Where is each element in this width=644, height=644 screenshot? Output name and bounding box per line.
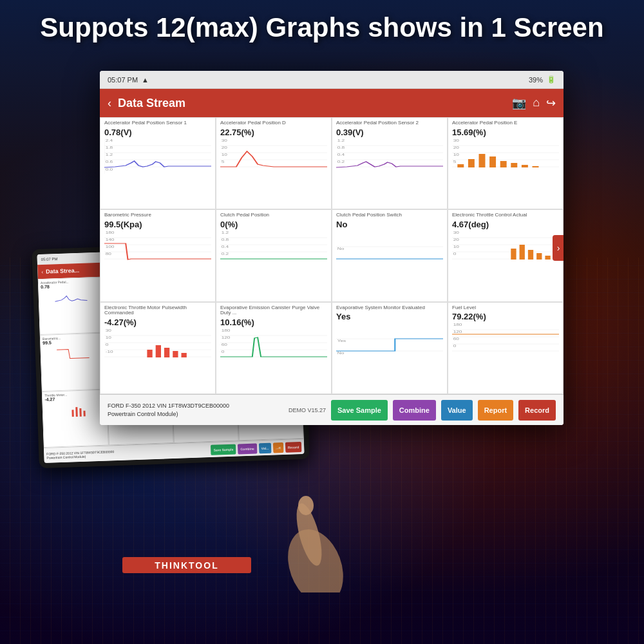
small-time: 05:07 PM (41, 257, 58, 261)
svg-text:80: 80 (106, 252, 111, 256)
svg-rect-68 (536, 253, 542, 260)
graph-label-12: Fuel Level (452, 305, 559, 311)
svg-rect-31 (468, 159, 475, 167)
small-value-btn[interactable]: Val... (258, 442, 271, 453)
graph-canvas-4: 30 20 10 5 (452, 138, 559, 174)
graph-cell-1: Accelerator Pedal Position Sensor 1 0.78… (100, 117, 216, 209)
graphs-content: Accelerator Pedal Position Sensor 1 0.78… (100, 117, 564, 394)
graph-cell-12: Fuel Level 79.22(%) 180 120 60 0 (448, 302, 564, 394)
svg-text:0.8: 0.8 (222, 238, 229, 242)
svg-text:0: 0 (453, 345, 457, 348)
svg-text:30: 30 (106, 329, 111, 332)
graph-value-12: 79.22(%) (452, 312, 559, 321)
combine-button[interactable]: Combine (393, 400, 436, 421)
signal-icon: ▲ (142, 76, 149, 84)
graph-label-10: Evaporative Emission Canister Purge Valv… (220, 305, 327, 317)
svg-text:0.0: 0.0 (106, 167, 113, 171)
svg-text:30: 30 (222, 138, 227, 142)
svg-text:20: 20 (453, 238, 459, 242)
small-cell-1: Accelerator Pedal... 0.78 (38, 277, 105, 336)
svg-text:10: 10 (453, 245, 459, 249)
svg-rect-35 (511, 163, 517, 167)
graph-label-8: Electronic Throttle Control Actual (452, 213, 559, 218)
main-screen: 05:07 PM ▲ 39% 🔋 ‹ Data Stream 📷 ⌂ ↪ Acc… (100, 71, 564, 425)
svg-text:1.2: 1.2 (222, 231, 229, 234)
small-back: ‹ (41, 269, 43, 274)
svg-rect-116 (79, 408, 81, 417)
nav-title: Data Stream (118, 97, 506, 110)
graph-label-5: Barometric Pressure (104, 213, 211, 218)
svg-text:1.8: 1.8 (106, 146, 113, 149)
svg-text:No: No (337, 247, 345, 251)
nav-icons: 📷 ⌂ ↪ (512, 96, 556, 110)
svg-text:0.8: 0.8 (337, 146, 345, 149)
svg-rect-65 (511, 249, 516, 260)
graph-value-6: 0(%) (220, 220, 327, 229)
graph-canvas-6: 1.2 0.8 0.4 0.2 (220, 231, 327, 266)
svg-rect-78 (147, 350, 152, 357)
small-save-btn[interactable]: Save Sample (211, 444, 236, 455)
home-icon[interactable]: ⌂ (533, 96, 540, 110)
demo-badge: DEMO V15.27 (289, 407, 326, 413)
battery-icon: 🔋 (547, 75, 556, 84)
graph-label-9: Electronic Throttle Motor Pulsewidth Com… (104, 305, 211, 317)
svg-text:10: 10 (453, 153, 459, 156)
graph-cell-2: Accelerator Pedal Position D 22.75(%) 30… (216, 117, 332, 209)
graph-label-11: Evaporative System Monitor Evaluated (336, 305, 443, 311)
svg-text:10: 10 (106, 336, 111, 339)
value-button[interactable]: Value (441, 400, 473, 421)
graph-label-1: Accelerator Pedal Position Sensor 1 (104, 120, 211, 126)
small-report-btn[interactable]: ...rt (273, 442, 283, 453)
svg-text:5: 5 (453, 160, 457, 163)
svg-text:Yes: Yes (337, 339, 346, 343)
back-button[interactable]: ‹ (108, 97, 111, 110)
graph-canvas-7: No (336, 231, 443, 266)
small-record-btn[interactable]: Record (285, 442, 302, 453)
graph-value-7: No (336, 220, 443, 229)
svg-rect-79 (156, 345, 161, 357)
graph-value-9: -4.27(%) (104, 317, 211, 327)
svg-text:0.2: 0.2 (222, 252, 229, 256)
small-combine-btn[interactable]: Combine (238, 443, 257, 454)
small-cell-9: Throttle Motor... -4.27 (42, 389, 109, 448)
graph-value-10: 10.16(%) (220, 317, 327, 327)
graph-label-3: Accelerator Pedal Position Sensor 2 (336, 120, 443, 126)
svg-text:0.4: 0.4 (222, 245, 229, 249)
graph-cell-11: Evaporative System Monitor Evaluated Yes… (332, 302, 448, 394)
nav-bar: ‹ Data Stream 📷 ⌂ ↪ (100, 89, 564, 117)
time-display: 05:07 PM (108, 76, 138, 84)
svg-rect-33 (489, 156, 496, 167)
graph-label-7: Clutch Pedal Position Switch (336, 213, 443, 218)
svg-text:60: 60 (222, 343, 227, 346)
camera-icon[interactable]: 📷 (512, 96, 526, 110)
svg-text:20: 20 (453, 146, 459, 149)
graph-cell-10: Evaporative Emission Canister Purge Valv… (216, 302, 332, 394)
save-sample-button[interactable]: Save Sample (331, 400, 388, 421)
svg-rect-80 (164, 348, 169, 357)
status-left: 05:07 PM ▲ (108, 76, 149, 84)
svg-rect-67 (528, 250, 533, 260)
graph-value-2: 22.75(%) (220, 128, 327, 137)
svg-text:-10: -10 (106, 350, 113, 354)
svg-text:0.4: 0.4 (337, 153, 345, 156)
graph-label-2: Accelerator Pedal Position D (220, 120, 327, 126)
svg-rect-34 (500, 161, 507, 167)
svg-text:60: 60 (453, 337, 459, 341)
headline: Suppots 12(max) Graphs shows in 1 Screen (0, 12, 644, 44)
exit-icon[interactable]: ↪ (546, 96, 556, 110)
svg-text:180: 180 (453, 323, 462, 327)
svg-text:100: 100 (106, 245, 115, 249)
svg-text:0: 0 (106, 343, 109, 346)
svg-text:1.2: 1.2 (106, 153, 113, 156)
svg-text:5: 5 (222, 160, 225, 163)
report-button[interactable]: Report (478, 400, 513, 421)
svg-rect-66 (520, 245, 525, 260)
side-expand-button[interactable]: › (553, 235, 564, 261)
svg-text:140: 140 (106, 238, 115, 242)
svg-text:2.4: 2.4 (106, 138, 113, 142)
svg-text:0.6: 0.6 (106, 160, 113, 163)
svg-text:180: 180 (106, 231, 115, 234)
svg-rect-81 (173, 351, 178, 357)
record-button[interactable]: Record (518, 400, 556, 421)
graph-cell-9: Electronic Throttle Motor Pulsewidth Com… (100, 302, 216, 394)
